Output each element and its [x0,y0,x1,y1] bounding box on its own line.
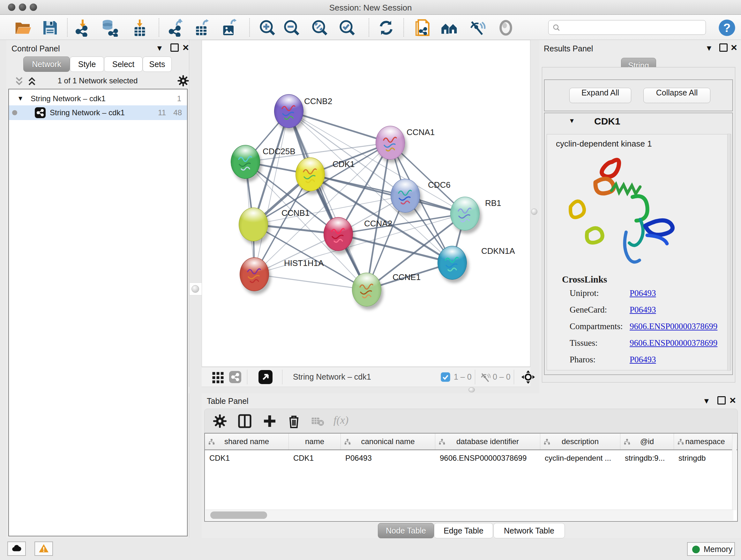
tab-style[interactable]: Style [70,57,104,72]
crosslink-link[interactable]: P06493 [630,288,656,298]
bottom-splitter[interactable] [189,387,539,393]
network-node-hist1h1a[interactable] [240,257,269,291]
network-edge[interactable] [254,111,289,274]
network-node-cdc6[interactable] [391,179,420,212]
table-cell[interactable]: P06493 [341,451,435,466]
control-panel-menu-icon[interactable]: ▼ [156,44,163,53]
network-node-ccna2[interactable] [324,217,353,251]
export-network-button[interactable] [167,19,185,37]
network-node-ccnb2[interactable] [274,94,304,128]
table-cell[interactable]: CDK1 [289,451,341,466]
memory-button[interactable]: Memory [687,542,735,556]
search-input[interactable] [563,22,700,33]
import-network-database-button[interactable] [101,19,119,37]
open-in-window-icon[interactable] [259,370,273,384]
network-edge[interactable] [289,111,390,143]
crosslink-link[interactable]: 9606.ENSP00000378699 [630,321,718,331]
table-panel-close-icon[interactable]: × [730,396,736,404]
table-horizontal-scrollbar[interactable] [205,509,733,520]
selected-checkbox-icon[interactable] [441,372,451,382]
table-cell[interactable]: CDK1 [205,451,289,466]
crosslink-link[interactable]: P06493 [630,355,656,365]
network-node-cdc25b[interactable] [231,145,260,179]
table-vertical-scrollbar[interactable] [732,434,737,510]
help-button[interactable]: ? [718,19,736,37]
node-label-cdc25b: CDC25B [263,146,295,157]
tab-sets[interactable]: Sets [143,57,172,72]
column-header-namespace[interactable]: namespace [674,434,737,449]
tab-select[interactable]: Select [104,57,143,72]
hidden-eye-icon[interactable] [480,372,491,382]
column-header-canonical-name[interactable]: canonical name [341,434,435,449]
column-header--id[interactable]: @id [620,434,674,449]
results-panel-menu-icon[interactable]: ▼ [705,44,713,53]
collection-collapse-icon[interactable]: ▼ [17,95,23,102]
open-session-button[interactable] [14,19,32,37]
string-home-button[interactable] [441,19,459,37]
tab-network-table[interactable]: Network Table [493,523,565,538]
delete-column-icon[interactable] [286,414,301,429]
zoom-fit-button[interactable] [311,19,329,37]
column-header-shared-name[interactable]: shared name [205,434,289,449]
warning-status-button[interactable] [35,542,53,556]
show-glyphs-button[interactable] [497,19,515,37]
cloud-status-button[interactable] [7,542,26,556]
crosslink-link[interactable]: 9606.ENSP00000378699 [630,338,718,348]
cdk1-collapse-icon[interactable]: ▼ [569,117,575,125]
tab-node-table[interactable]: Node Table [378,523,434,538]
import-network-file-button[interactable] [74,19,91,37]
crosslink-link[interactable]: P06493 [630,305,656,315]
network-canvas[interactable]: CCNB2CCNA1CDC25BCDK1CDC6RB1CCNB1CCNA2CDK… [202,40,530,367]
network-row-selected[interactable]: String Network – cdk1 11 48 [9,105,187,120]
network-node-cdk1[interactable] [295,158,325,191]
results-panel-close-icon[interactable]: × [731,43,737,51]
network-node-ccnb1[interactable] [239,207,268,241]
tab-network[interactable]: Network [23,57,70,72]
table-panel-float-icon[interactable] [718,396,726,405]
zoom-in-button[interactable] [259,19,276,37]
network-options-gear-icon[interactable] [177,74,190,87]
control-panel-close-icon[interactable]: × [183,43,189,51]
control-panel-float-icon[interactable] [171,44,179,52]
show-columns-icon[interactable] [237,414,253,429]
zoom-out-button[interactable] [283,19,300,37]
bottom-splitter-handle[interactable] [468,387,475,392]
export-table-button[interactable] [193,19,211,37]
grid-view-icon[interactable] [211,370,225,384]
export-image-button[interactable] [220,19,238,37]
column-header-database-identifier[interactable]: database identifier [435,434,540,449]
tab-edge-table[interactable]: Edge Table [434,523,493,538]
table-cell[interactable]: 9606.ENSP00000378699 [435,451,540,466]
table-panel-menu-icon[interactable]: ▼ [703,396,711,406]
column-header-description[interactable]: description [540,434,620,449]
table-cell[interactable]: stringdb [674,451,737,466]
network-node-rb1[interactable] [450,197,480,231]
left-splitter[interactable] [189,40,202,538]
save-session-button[interactable] [41,19,59,37]
table-cell[interactable]: stringdb:9... [620,451,674,466]
column-header-name[interactable]: name [289,434,341,449]
hide-glyphs-button[interactable] [469,19,487,37]
birdseye-view-icon[interactable] [521,370,536,384]
network-collection-row[interactable]: ▼ String Network – cdk1 1 [9,91,187,106]
table-settings-gear-icon[interactable] [212,414,227,429]
add-column-icon[interactable] [262,414,277,429]
import-table-file-button[interactable] [131,19,149,37]
hscroll-thumb[interactable] [210,511,267,519]
left-splitter-handle[interactable] [192,285,199,293]
table-cell[interactable]: cyclin-dependent ... [540,451,620,466]
collapse-all-button[interactable]: Collapse All [643,88,711,103]
results-panel-float-icon[interactable] [719,44,728,52]
right-splitter-handle[interactable] [531,208,537,215]
expand-all-button[interactable]: Expand All [569,88,631,103]
network-node-ccna1[interactable] [376,126,405,160]
network-node-ccne1[interactable] [352,273,381,307]
network-edge[interactable] [254,274,367,290]
refresh-view-button[interactable] [377,19,395,37]
right-splitter[interactable] [530,40,539,393]
zoom-selected-button[interactable] [338,19,356,37]
network-share-badge-icon[interactable] [229,371,241,383]
share-document-button[interactable] [414,19,432,37]
results-scrollbar[interactable] [727,134,731,371]
network-node-cdkn1a[interactable] [437,246,467,280]
